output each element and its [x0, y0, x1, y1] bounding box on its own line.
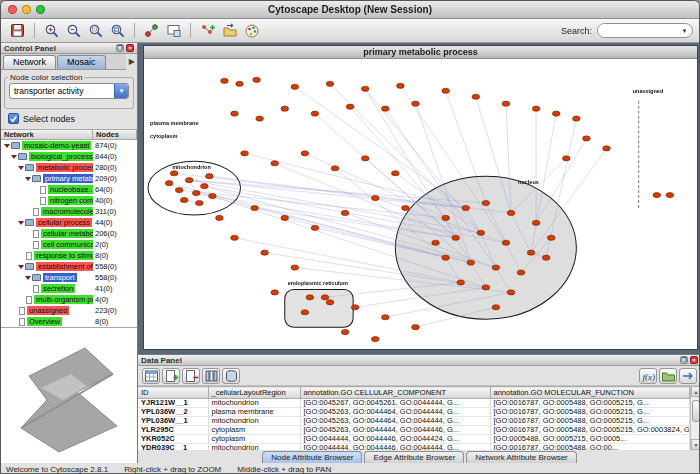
zoom-out-button[interactable] — [63, 21, 84, 41]
network-node[interactable] — [402, 205, 410, 210]
network-node[interactable] — [397, 83, 405, 88]
scrollbar-thumb[interactable] — [692, 400, 700, 422]
zoom-selected-button[interactable] — [85, 21, 106, 41]
tree-item[interactable]: Overview8(0) — [1, 316, 137, 327]
tree-column-network[interactable]: Network — [1, 129, 93, 140]
network-node[interactable] — [206, 174, 214, 179]
network-edge[interactable] — [189, 180, 466, 208]
network-node[interactable] — [477, 230, 485, 235]
network-node[interactable] — [371, 195, 379, 200]
network-node[interactable] — [653, 192, 661, 197]
network-overview-button[interactable] — [163, 21, 184, 41]
tree-item[interactable]: cellular process44(0) — [1, 217, 137, 228]
network-node[interactable] — [432, 240, 440, 245]
select-nodes-checkbox[interactable] — [8, 113, 19, 124]
network-node[interactable] — [231, 111, 239, 116]
network-node[interactable] — [175, 188, 183, 193]
column-header[interactable]: annotation.GO MOLECULAR_FUNCTION — [490, 387, 689, 399]
expand-triangle-icon[interactable] — [11, 155, 17, 159]
network-node[interactable] — [291, 265, 299, 270]
import-network-button[interactable] — [219, 21, 240, 41]
network-node[interactable] — [507, 210, 515, 215]
network-node[interactable] — [301, 310, 309, 315]
network-node[interactable] — [442, 88, 450, 93]
network-node[interactable] — [502, 101, 510, 106]
tree-item[interactable]: metabolic process280(0) — [1, 162, 137, 173]
network-node[interactable] — [271, 161, 279, 166]
network-node[interactable] — [209, 193, 217, 198]
table-row[interactable]: YLR295Ccytoplasm[GO:0045263, GO:0044444,… — [138, 426, 689, 435]
tree-item[interactable]: nucleobase...64(0) — [1, 184, 137, 195]
network-node[interactable] — [527, 250, 535, 255]
tree-item[interactable]: nitrogen compo...40(0) — [1, 195, 137, 206]
tree-item[interactable]: mosaic-demo-yeast874(0) — [1, 140, 137, 151]
network-node[interactable] — [192, 190, 200, 195]
network-node[interactable] — [381, 315, 389, 320]
network-node[interactable] — [170, 171, 178, 176]
network-node[interactable] — [666, 192, 674, 197]
network-overview-panel[interactable] — [1, 327, 137, 463]
network-node[interactable] — [321, 295, 329, 300]
network-node[interactable] — [341, 210, 349, 215]
node-color-attribute-dropdown[interactable]: transporter activity ▼ — [9, 83, 129, 99]
network-node[interactable] — [472, 94, 480, 99]
network-node[interactable] — [457, 280, 465, 285]
network-node[interactable] — [261, 250, 269, 255]
network-node[interactable] — [482, 285, 490, 290]
network-node[interactable] — [552, 111, 560, 116]
network-node[interactable] — [216, 215, 224, 220]
table-scrollbar[interactable]: ▲ ▼ — [690, 386, 700, 450]
float-panel-button[interactable]: ❐ — [116, 44, 124, 52]
expand-triangle-icon[interactable] — [25, 276, 31, 280]
expand-triangle-icon[interactable] — [18, 166, 24, 170]
zoom-in-button[interactable] — [41, 21, 62, 41]
network-node[interactable] — [573, 116, 581, 121]
network-node[interactable] — [467, 260, 475, 265]
network-node[interactable] — [253, 77, 261, 82]
expand-triangle-icon[interactable] — [25, 177, 31, 181]
network-node[interactable] — [532, 220, 540, 225]
network-node[interactable] — [532, 106, 540, 111]
scroll-up-arrow-icon[interactable]: ▲ — [691, 386, 700, 397]
network-node[interactable] — [492, 265, 500, 270]
network-node[interactable] — [241, 151, 249, 156]
fit-content-button[interactable] — [107, 21, 128, 41]
import-attributes-button[interactable] — [659, 368, 677, 384]
network-node[interactable] — [231, 235, 239, 240]
tree-item[interactable]: cellular metabo...206(0) — [1, 228, 137, 239]
close-panel-button[interactable]: × — [126, 44, 134, 52]
tree-item[interactable]: macromolecule...311(0) — [1, 206, 137, 217]
network-node[interactable] — [306, 295, 314, 300]
save-session-button[interactable] — [7, 21, 28, 41]
tree-item[interactable]: primary metabo...209(0) — [1, 173, 137, 184]
tab-network-attribute-browser[interactable]: Network Attribute Browser — [466, 451, 576, 463]
select-attributes-button[interactable] — [142, 368, 160, 384]
network-node[interactable] — [311, 225, 319, 230]
formula-builder-button[interactable]: f(x) — [639, 368, 657, 384]
network-node[interactable] — [351, 305, 359, 310]
column-header[interactable]: annotation.GO CELLULAR_COMPONENT — [300, 387, 490, 399]
tree-column-nodes[interactable]: Nodes — [93, 129, 137, 140]
show-graphics-details-button[interactable] — [141, 21, 162, 41]
table-row[interactable]: YPL036W__2plasma membrane[GO:0045263, GO… — [138, 408, 689, 417]
delete-attribute-button[interactable] — [182, 368, 200, 384]
network-node[interactable] — [462, 205, 470, 210]
expand-triangle-icon[interactable] — [4, 144, 10, 148]
tree-item[interactable]: response to stimul...8(0) — [1, 250, 137, 261]
network-node[interactable] — [412, 101, 420, 106]
delete-table-button[interactable] — [222, 368, 240, 384]
network-node[interactable] — [371, 336, 379, 341]
column-header[interactable]: _cellularLayoutRegion — [208, 387, 300, 399]
network-edge[interactable] — [179, 190, 445, 218]
table-row[interactable]: YPL036W__1mitochondrion[GO:0045263, GO:0… — [138, 417, 689, 426]
network-frame-title[interactable]: primary metabolic process — [144, 46, 697, 59]
network-node[interactable] — [361, 156, 369, 161]
network-node[interactable] — [195, 200, 203, 205]
network-node[interactable] — [221, 78, 229, 83]
network-node[interactable] — [311, 111, 319, 116]
tab-network[interactable]: Network — [3, 55, 56, 69]
scroll-down-arrow-icon[interactable]: ▼ — [691, 439, 700, 450]
create-attribute-button[interactable] — [162, 368, 180, 384]
tab-edge-attribute-browser[interactable]: Edge Attribute Browser — [364, 451, 464, 463]
network-canvas[interactable]: plasma membranecytoplasmmitochondrionnuc… — [144, 59, 697, 349]
